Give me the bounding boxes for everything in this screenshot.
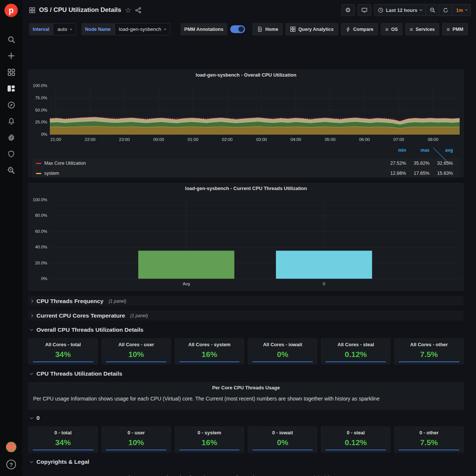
legend-sort-avg[interactable]: avg bbox=[430, 148, 453, 158]
query-analytics-icon[interactable] bbox=[7, 166, 16, 175]
chevron-right-icon bbox=[30, 300, 33, 302]
chevron-down-icon bbox=[30, 329, 33, 331]
search-icon[interactable] bbox=[7, 35, 16, 44]
panel-text-body: Per CPU usage Information shows usage fo… bbox=[29, 390, 463, 402]
legend-value: 17.65% bbox=[406, 171, 430, 176]
row-copyrights-legal[interactable]: Copyrights & Legal bbox=[28, 457, 464, 467]
y-axis-tick: 60.0% bbox=[35, 229, 47, 234]
panel-title[interactable]: Per Core CPU Threads Usage bbox=[29, 383, 463, 390]
dashboard-scroll-area: load-gen-sysbench - Overall CPU Utilizat… bbox=[22, 70, 476, 476]
dashboard-icon bbox=[29, 7, 35, 13]
stat-panel-title[interactable]: All Cores - iowait bbox=[248, 339, 317, 347]
stat-panel-title[interactable]: All Cores - other bbox=[395, 339, 463, 347]
y-axis-tick: 0% bbox=[41, 132, 47, 136]
panel-title[interactable]: load-gen-sysbench - Overall CPU Utilizat… bbox=[29, 70, 463, 78]
row-current-cpu-cores-temperature[interactable]: Current CPU Cores Temperature (1 panel) bbox=[28, 311, 464, 321]
pmm-annotations-label: PMM Annotations bbox=[181, 23, 227, 35]
stat-panel-value: 7.5% bbox=[395, 350, 463, 359]
refresh-interval-picker[interactable]: 1m bbox=[452, 4, 471, 16]
legend-sort-min[interactable]: min bbox=[383, 148, 406, 158]
chevron-down-icon bbox=[164, 28, 166, 30]
pmm-dashboards-icon[interactable] bbox=[7, 84, 16, 93]
interval-select[interactable]: auto bbox=[53, 23, 76, 35]
y-axis-tick: 75.0% bbox=[35, 96, 47, 100]
stat-sparkline bbox=[33, 361, 93, 362]
stat-panel-title[interactable]: All Cores - steal bbox=[321, 339, 390, 347]
legend-value: 15.63% bbox=[430, 171, 453, 176]
dashboards-grid-icon[interactable] bbox=[7, 68, 16, 77]
node-name-value: load-gen-sysbench bbox=[119, 26, 161, 32]
nav-button-compare[interactable]: Compare bbox=[341, 23, 378, 35]
stat-panel-value: 7.5% bbox=[395, 438, 463, 447]
stat-panel-title[interactable]: 0 - other bbox=[395, 427, 463, 435]
explore-compass-icon[interactable] bbox=[7, 100, 16, 109]
legend-sort-max[interactable]: max bbox=[406, 148, 430, 158]
percona-logo[interactable]: p bbox=[4, 4, 18, 17]
stat-panel-value: 10% bbox=[102, 438, 171, 447]
node-name-label: Node Name bbox=[81, 23, 115, 35]
star-icon[interactable]: ☆ bbox=[125, 6, 131, 15]
stat-panel-title[interactable]: 0 - iowait bbox=[248, 427, 317, 435]
stat-panel-title[interactable]: All Cores - total bbox=[29, 339, 97, 347]
configuration-gear-icon[interactable] bbox=[7, 133, 16, 142]
row-cpu-threads-frequency[interactable]: CPU Threads Frequency (1 panel) bbox=[28, 296, 464, 306]
user-avatar[interactable] bbox=[6, 442, 16, 452]
server-admin-shield-icon[interactable] bbox=[7, 149, 16, 158]
stat-panel: All Cores - system16% bbox=[175, 338, 244, 364]
help-icon[interactable]: ? bbox=[6, 460, 16, 469]
row-cpu-threads-utilization-details[interactable]: CPU Threads Utilization Details bbox=[28, 369, 464, 379]
threads-bar-chart: 0%20.0%40.0%60.0%80.0%100.0% Avg0 bbox=[29, 200, 463, 291]
stat-sparkline bbox=[399, 450, 459, 450]
legend-series-name[interactable]: system bbox=[44, 171, 59, 176]
share-icon[interactable] bbox=[135, 7, 141, 13]
row-title: CPU Threads Utilization Details bbox=[36, 370, 122, 377]
alerting-bell-icon[interactable] bbox=[7, 117, 16, 126]
lightning-icon bbox=[345, 27, 351, 32]
nav-button-os[interactable]: ≡ OS bbox=[381, 23, 402, 35]
refresh-interval-label: 1m bbox=[456, 7, 463, 13]
stat-panel-title[interactable]: All Cores - user bbox=[102, 339, 171, 347]
time-range-picker[interactable]: Last 12 hours bbox=[374, 4, 426, 16]
page-title: OS / CPU Utilization Details bbox=[39, 6, 121, 14]
stat-panel-title[interactable]: 0 - system bbox=[175, 427, 244, 435]
x-axis-tick: 02:00 bbox=[222, 137, 233, 142]
stat-panel-title[interactable]: 0 - total bbox=[29, 427, 97, 435]
nav-button-pmm[interactable]: ≡ PMM bbox=[442, 23, 468, 35]
dashboard-settings-button[interactable]: ⚙ bbox=[341, 4, 355, 16]
stat-panel: All Cores - steal0.12% bbox=[321, 338, 390, 364]
node-name-select[interactable]: load-gen-sysbench bbox=[115, 23, 170, 35]
pmm-annotations-toggle[interactable] bbox=[230, 25, 245, 33]
legend-series-color bbox=[36, 163, 41, 164]
hamburger-icon: ≡ bbox=[385, 26, 389, 32]
stat-panel-value: 34% bbox=[29, 350, 97, 359]
tv-mode-button[interactable] bbox=[358, 4, 371, 16]
stat-panel-title[interactable]: 0 - user bbox=[102, 427, 171, 435]
stat-panel: 0 - iowait0% bbox=[248, 427, 317, 453]
toggle-knob bbox=[238, 26, 244, 32]
stat-panel-title[interactable]: All Cores - system bbox=[175, 339, 244, 347]
x-axis-tick: 05:00 bbox=[325, 137, 335, 142]
row-overall-cpu-threads-utilization-details[interactable]: Overall CPU Threads Utilization Details bbox=[28, 325, 464, 335]
stat-sparkline bbox=[253, 361, 313, 362]
x-axis-tick: 08:00 bbox=[428, 137, 438, 142]
x-axis-tick: 22:00 bbox=[85, 137, 96, 142]
stat-panel-value: 0.12% bbox=[321, 350, 390, 359]
y-axis-tick: 0% bbox=[41, 276, 47, 281]
row-core-0[interactable]: 0 bbox=[28, 413, 464, 423]
legend-series-name[interactable]: Max Core Utilization bbox=[44, 161, 86, 166]
panel-title[interactable]: load-gen-sysbench - Current CPU Threads … bbox=[29, 183, 463, 191]
plus-icon[interactable] bbox=[7, 51, 16, 60]
stat-panel: All Cores - user10% bbox=[102, 338, 171, 364]
stat-panel-title[interactable]: 0 - steal bbox=[321, 427, 390, 435]
refresh-button[interactable] bbox=[439, 4, 452, 16]
legend-values: 27.52%35.82%32.65% bbox=[383, 161, 453, 166]
nav-button-home[interactable]: Home bbox=[253, 23, 283, 35]
y-axis-tick: 100.0% bbox=[33, 197, 47, 202]
legend-series-color bbox=[36, 173, 41, 174]
zoom-out-button[interactable] bbox=[425, 4, 439, 16]
x-axis-tick: 04:00 bbox=[290, 137, 301, 142]
chevron-down-icon bbox=[30, 373, 33, 375]
main-area: OS / CPU Utilization Details ☆ ⚙ Last 12… bbox=[22, 0, 476, 476]
nav-button-query-analytics[interactable]: Query Analytics bbox=[286, 23, 338, 35]
nav-button-services[interactable]: ≡ Services bbox=[405, 23, 439, 35]
